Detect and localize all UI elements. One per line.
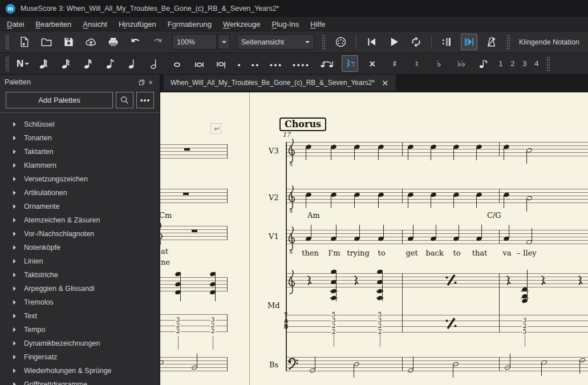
- metronome-button[interactable]: [483, 34, 500, 50]
- menu-plug-ins[interactable]: Plug-Ins: [266, 19, 305, 30]
- breve-note-button[interactable]: [191, 55, 208, 72]
- staff-label-md[interactable]: Md: [267, 301, 280, 310]
- expand-arrow-icon[interactable]: [13, 149, 16, 154]
- expand-arrow-icon[interactable]: [13, 300, 16, 305]
- expand-arrow-icon[interactable]: [13, 191, 16, 195]
- 32nd-note-button[interactable]: [58, 55, 74, 72]
- quarter-rest[interactable]: [541, 275, 546, 286]
- menu-ansicht[interactable]: Ansicht: [77, 19, 113, 30]
- note-input-dropdown-icon[interactable]: [25, 63, 29, 65]
- new-score-button[interactable]: [16, 34, 33, 50]
- lyric-syllable[interactable]: that: [472, 249, 488, 257]
- measure-repeat-sign[interactable]: [444, 274, 458, 286]
- loop-button[interactable]: [408, 34, 424, 50]
- toolbar-grip-handle[interactable]: [546, 56, 550, 71]
- palette-item-notenköpfe[interactable]: Notenköpfe: [0, 241, 160, 254]
- expand-arrow-icon[interactable]: [13, 204, 16, 209]
- note-input-button[interactable]: N: [17, 58, 23, 70]
- menu-hinzuf-gen[interactable]: Hinzufügen: [113, 19, 162, 30]
- tab-close-icon[interactable]: ✕: [382, 79, 389, 87]
- 16th-note-button[interactable]: [80, 55, 96, 72]
- quadruple-dot-button[interactable]: [290, 55, 312, 72]
- expand-arrow-icon[interactable]: [13, 273, 16, 277]
- double-dot-button[interactable]: [249, 55, 262, 72]
- lyric-syllable[interactable]: to: [453, 249, 460, 257]
- menu-formatierung[interactable]: Formatierung: [162, 19, 217, 30]
- zoom-dropdown-button[interactable]: [218, 34, 230, 50]
- palette-item-wiederholungen-sprünge[interactable]: Wiederholungen & Sprünge: [0, 364, 160, 378]
- palettes-more-button[interactable]: •••: [136, 92, 154, 108]
- tab-fret-number[interactable]: 2: [210, 328, 216, 334]
- lyric-syllable[interactable]: back: [425, 249, 443, 257]
- eighth-note-button[interactable]: [102, 55, 119, 72]
- expand-arrow-icon[interactable]: [13, 314, 16, 318]
- lyric-syllable[interactable]: trying: [347, 249, 370, 257]
- augmentation-dot-button[interactable]: [236, 55, 244, 72]
- quarter-rest[interactable]: [307, 275, 312, 286]
- lyric-syllable[interactable]: va: [502, 249, 511, 257]
- palette-item-klammern[interactable]: Klammern: [0, 159, 160, 172]
- longa-note-button[interactable]: [213, 55, 230, 72]
- whole-rest[interactable]: [183, 193, 189, 195]
- half-note-button[interactable]: [147, 55, 163, 72]
- whole-note-button[interactable]: [169, 55, 185, 72]
- expand-arrow-icon[interactable]: [13, 259, 16, 264]
- zoom-combo[interactable]: 100%: [172, 34, 230, 50]
- expand-arrow-icon[interactable]: [13, 218, 16, 222]
- palette-item-atemzeichen-zäsuren[interactable]: Atemzeichen & Zäsuren: [0, 213, 160, 227]
- palette-item-griffbrettdiagramme[interactable]: Griffbrettdiagramme: [0, 378, 160, 385]
- document-tab[interactable]: When_Will_All_My_Troubles_Be_Gone_(c)_RB…: [164, 75, 396, 91]
- lyric-syllable[interactable]: lley: [523, 249, 536, 257]
- triple-dot-button[interactable]: [267, 55, 285, 72]
- palette-item-versetzungszeichen[interactable]: Versetzungszeichen: [0, 172, 160, 186]
- chord-symbol[interactable]: Am: [307, 211, 320, 220]
- palette-item-ornamente[interactable]: Ornamente: [0, 200, 160, 213]
- expand-arrow-icon[interactable]: [13, 327, 16, 332]
- expand-arrow-icon[interactable]: [13, 136, 16, 140]
- palette-item-tremolos[interactable]: Tremolos: [0, 295, 160, 309]
- natural-button[interactable]: ♮: [408, 55, 425, 72]
- palette-item-arpeggien-glissandi[interactable]: Arpeggien & Glissandi: [0, 282, 160, 295]
- rewind-button[interactable]: [363, 34, 380, 50]
- palette-item-fingersatz[interactable]: Fingersatz: [0, 350, 160, 364]
- rehearsal-mark[interactable]: Chorus: [279, 117, 326, 131]
- staff-label-v1[interactable]: V1: [269, 232, 279, 241]
- midi-button[interactable]: [332, 34, 349, 50]
- lyric-syllable[interactable]: ne: [161, 258, 170, 266]
- expand-arrow-icon[interactable]: [13, 163, 16, 168]
- quarter-rest[interactable]: [506, 275, 511, 286]
- search-palettes-button[interactable]: [116, 92, 133, 108]
- system-break-icon[interactable]: [210, 123, 221, 134]
- lyric-syllable[interactable]: get: [405, 249, 417, 257]
- expand-arrow-icon[interactable]: [13, 245, 16, 250]
- whole-rest[interactable]: [184, 148, 190, 151]
- chord-symbol[interactable]: Cm: [160, 211, 172, 220]
- play-button[interactable]: [386, 34, 402, 50]
- palette-item-linien[interactable]: Linien: [0, 254, 160, 268]
- palette-item-tempo[interactable]: Tempo: [0, 323, 160, 337]
- expand-arrow-icon[interactable]: [13, 341, 16, 346]
- expand-arrow-icon[interactable]: [13, 382, 16, 385]
- voice-2-button[interactable]: 2: [508, 58, 517, 70]
- menu-hilfe[interactable]: Hilfe: [305, 19, 331, 30]
- lyric-syllable[interactable]: –: [517, 249, 521, 257]
- pan-button[interactable]: [461, 34, 477, 50]
- toolbar-grip-handle[interactable]: [5, 56, 9, 71]
- measure-repeat-sign[interactable]: [444, 318, 458, 329]
- chord-symbol[interactable]: C/G: [487, 211, 501, 220]
- view-mode-combo[interactable]: Seitenansicht: [237, 34, 314, 50]
- menu-datei[interactable]: Datei: [1, 19, 30, 30]
- staff-label-bs[interactable]: Bs: [269, 360, 278, 369]
- menu-bearbeiten[interactable]: Bearbeiten: [30, 19, 77, 30]
- palette-item-text[interactable]: Text: [0, 309, 160, 323]
- palette-item-dynamikbezeichnungen[interactable]: Dynamikbezeichnungen: [0, 337, 160, 350]
- quarter-note-button[interactable]: [124, 55, 141, 72]
- concert-pitch-label[interactable]: Klingende Notation: [519, 38, 579, 46]
- staff-label-v2[interactable]: V2: [269, 193, 279, 202]
- quarter-rest[interactable]: [354, 275, 359, 286]
- expand-arrow-icon[interactable]: [13, 232, 16, 236]
- add-palettes-button[interactable]: Add Palettes: [6, 92, 113, 108]
- sharp-button[interactable]: ♯: [386, 55, 403, 72]
- expand-arrow-icon[interactable]: [13, 286, 16, 291]
- palette-item-taktarten[interactable]: Taktarten: [0, 145, 160, 159]
